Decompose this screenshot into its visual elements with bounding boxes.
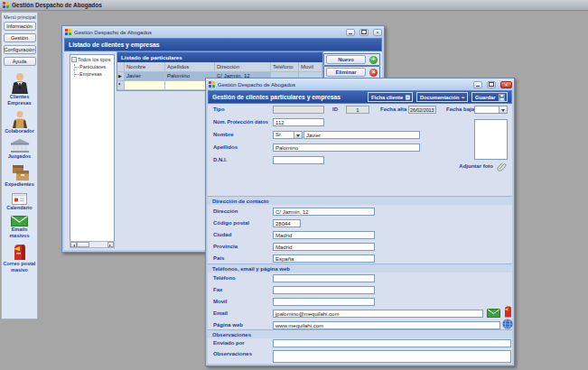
column-header-nombre[interactable]: Nombre [125, 62, 165, 72]
fax-field[interactable] [273, 286, 375, 294]
sidebar-item-label: Calendario [3, 205, 37, 211]
sidebar-item-colaborador[interactable]: Colaborador [3, 110, 37, 134]
minimize-button[interactable] [473, 81, 482, 88]
adjuntar-foto-label: Adjuntar foto [436, 162, 493, 171]
telefono-field[interactable] [273, 274, 375, 282]
main-titlebar: Gestión Despacho de Abogados [0, 0, 588, 11]
ficha-cliente-label: Ficha cliente [371, 95, 403, 100]
cell-nombre[interactable]: Javier [125, 72, 165, 81]
ciudad-field[interactable] [273, 231, 375, 239]
mass-email-icon [11, 216, 28, 227]
web-label: Página web [213, 321, 243, 329]
nombre-label: Nombre [213, 131, 234, 139]
sidebar-item-label: Emails masivos [3, 227, 37, 238]
sidebar-item-correo-postal[interactable]: Correo postal masivo [3, 244, 37, 273]
sidebar-item-expedientes[interactable]: Expedientes [3, 163, 37, 188]
tree-collapse-icon[interactable]: - [71, 57, 77, 62]
tree-node-particulares[interactable]: Particulares [75, 64, 114, 69]
detail-window: Gestión Despacho de Abogados × Gestión d… [205, 78, 515, 366]
sidebar-header: Menú principal [2, 13, 36, 22]
globe-icon[interactable] [502, 319, 513, 329]
nombre-field[interactable] [303, 131, 420, 139]
sidebar: Menú principal Información Gestión Confi… [1, 12, 38, 319]
mass-mail-small-icon[interactable] [504, 306, 512, 318]
nuevo-group: Nuevo + [323, 53, 380, 66]
sidebar-item-clientes-empresas[interactable]: Clientes Empresas [3, 72, 37, 106]
guardar-button[interactable]: Guardar [471, 92, 508, 102]
send-email-icon[interactable] [487, 309, 500, 318]
chevron-down-icon[interactable] [499, 106, 507, 113]
section-telefonos: Teléfonos, email y página web [208, 264, 512, 273]
observaciones-field[interactable] [273, 350, 511, 363]
detail-window-header-title: Gestión de clientes particulares y empre… [212, 94, 368, 100]
sidebar-item-configuracion[interactable]: Configuración [4, 45, 36, 54]
eliminar-button[interactable]: Eliminar [326, 68, 366, 77]
sidebar-item-informacion[interactable]: Información [4, 22, 36, 31]
enviado-por-label: Enviado por [213, 339, 245, 347]
chevron-down-icon[interactable] [294, 132, 302, 138]
grid-header-row: Nombre Apellidos Dirección Teléfono Movi… [117, 62, 322, 72]
close-button[interactable]: × [500, 81, 512, 88]
tipo-field[interactable] [273, 106, 324, 114]
dni-label: D.N.I. [213, 156, 227, 164]
dni-field[interactable] [273, 156, 324, 164]
column-header-telefono[interactable]: Teléfono [271, 62, 299, 72]
direccion-field[interactable] [273, 208, 375, 216]
movil-field[interactable] [273, 298, 375, 306]
scrollbar-thumb[interactable] [77, 242, 89, 247]
apellidos-field[interactable] [273, 143, 420, 152]
tree-node-root[interactable]: - Todos los tipos [71, 57, 114, 62]
documentacion-label: Documentación [420, 95, 459, 100]
id-field[interactable] [346, 106, 369, 114]
column-header-apellidos[interactable]: Apellidos [165, 62, 215, 72]
application-window: Gestión Despacho de Abogados Menú princi… [0, 0, 588, 370]
fecha-alta-field[interactable] [408, 106, 436, 114]
row-selected-marker: ▶ [117, 72, 125, 81]
scrollbar-track[interactable] [89, 242, 107, 247]
sidebar-item-ayuda[interactable]: Ayuda [4, 57, 36, 66]
add-icon[interactable]: + [369, 56, 378, 64]
sidebar-item-calendario[interactable]: Calendario [3, 192, 37, 211]
telefono-label: Teléfono [213, 274, 236, 282]
minimize-button[interactable] [346, 29, 355, 36]
types-tree: - Todos los tipos Particulares Empresas [70, 54, 115, 248]
email-field[interactable] [273, 310, 483, 318]
fecha-baja-dropdown[interactable] [474, 106, 508, 114]
cell-empty[interactable] [125, 81, 165, 90]
column-header-direccion[interactable]: Dirección [215, 62, 271, 72]
paperclip-icon[interactable] [497, 162, 507, 171]
tree-node-empresas[interactable]: Empresas [75, 71, 114, 77]
sidebar-item-gestion[interactable]: Gestión [4, 33, 36, 42]
save-icon [499, 94, 505, 101]
tree-horizontal-scrollbar[interactable] [70, 241, 115, 248]
maximize-button[interactable] [487, 81, 496, 88]
delete-icon[interactable]: × [369, 69, 378, 77]
close-button[interactable]: × [373, 29, 382, 36]
pais-field[interactable] [273, 254, 375, 263]
web-field[interactable] [273, 321, 500, 329]
card-icon [406, 94, 410, 101]
scroll-left-icon[interactable] [70, 242, 77, 247]
sidebar-item-emails-masivos[interactable]: Emails masivos [3, 216, 37, 238]
scroll-right-icon[interactable] [107, 242, 114, 247]
maximize-button[interactable] [359, 29, 369, 36]
nuevo-button[interactable]: Nuevo [326, 55, 366, 64]
documentacion-button[interactable]: Documentación [416, 92, 468, 102]
sidebar-item-juzgados[interactable]: Juzgados [3, 139, 37, 160]
tratamiento-value: Sr. [274, 132, 294, 138]
enviado-por-field[interactable] [273, 339, 511, 347]
ficha-cliente-button[interactable]: Ficha cliente [368, 92, 413, 102]
pais-label: País [213, 254, 224, 263]
num-proteccion-label: Núm. Protección datos [213, 118, 268, 126]
provincia-label: Provincia [213, 243, 238, 251]
num-proteccion-field[interactable] [273, 118, 324, 126]
app-icon [65, 29, 71, 35]
email-label: Email [213, 310, 228, 318]
codigo-postal-label: Código postal [213, 219, 249, 227]
tratamiento-dropdown[interactable]: Sr. [273, 131, 303, 139]
movil-label: Movil [213, 298, 227, 306]
sidebar-item-label: Clientes Empresas [3, 94, 37, 106]
codigo-postal-field[interactable] [273, 219, 301, 227]
column-header-movil[interactable]: Movil [299, 62, 322, 72]
provincia-field[interactable] [273, 243, 375, 251]
